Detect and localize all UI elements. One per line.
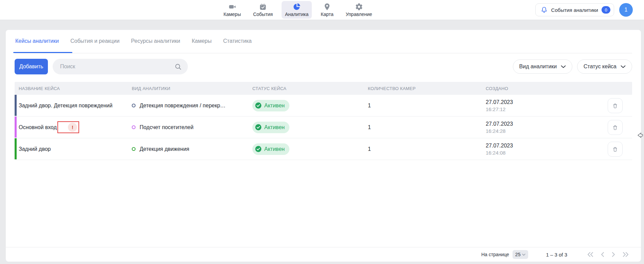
search-input[interactable] — [59, 63, 175, 70]
status-badge: Активен — [252, 143, 289, 155]
case-name: Задний двор. Детекция повреждений — [15, 103, 132, 109]
nav-label: Камеры — [223, 12, 241, 17]
previous-page-button[interactable] — [601, 252, 605, 257]
tab-analytics-cases[interactable]: Кейсы аналитики — [15, 38, 59, 53]
top-bar: Камеры События Аналитика Карта Управлени — [0, 0, 644, 20]
col-analytics-type: ВИД АНАЛИТИКИ — [132, 86, 252, 91]
case-status-cell: Активен — [252, 122, 368, 133]
chevron-down-icon — [522, 253, 525, 256]
analytics-type: Подсчет посетителей — [132, 124, 252, 130]
chevron-down-icon — [561, 65, 566, 68]
type-dot-icon — [132, 147, 136, 151]
created-date: 27.07.2023 — [486, 143, 608, 149]
calendar-check-icon — [259, 3, 267, 11]
check-circle-icon — [255, 102, 262, 109]
analytics-panel: Кейсы аналитики События и реакции Ресурс… — [6, 30, 641, 262]
search-box — [53, 59, 188, 74]
main-nav: Камеры События Аналитика Карта Управлени — [220, 0, 376, 20]
table-header: НАЗВАНИЕ КЕЙСА ВИД АНАЛИТИКИ СТАТУС КЕЙС… — [15, 82, 632, 95]
nav-label: Карта — [321, 12, 333, 17]
bell-icon — [540, 6, 548, 14]
delete-button[interactable] — [608, 120, 623, 135]
user-avatar[interactable]: 1 — [619, 3, 633, 17]
tab-statistics[interactable]: Статистика — [222, 38, 252, 53]
camera-count: 1 — [368, 124, 486, 130]
search-icon[interactable] — [175, 63, 182, 70]
case-status-filter[interactable]: Статус кейса — [577, 59, 632, 74]
nav-label: Управление — [346, 12, 372, 17]
filters: Вид аналитики Статус кейса — [513, 59, 632, 74]
case-status-cell: Активен — [252, 143, 368, 155]
case-status-filter-label: Статус кейса — [584, 64, 616, 70]
add-button[interactable]: Добавить — [15, 59, 48, 74]
created-time: 16:24:08 — [486, 150, 608, 156]
type-dot-icon — [132, 125, 136, 129]
map-pin-icon — [323, 3, 331, 11]
type-dot-icon — [132, 104, 136, 107]
nav-item-cameras[interactable]: Камеры — [220, 1, 244, 19]
case-name: Задний двор — [15, 146, 132, 152]
status-badge: Активен — [252, 122, 289, 133]
tab-bar: Кейсы аналитики События и реакции Ресурс… — [15, 30, 632, 53]
last-page-button[interactable] — [622, 252, 629, 257]
analytics-type: Детекция движения — [132, 146, 252, 152]
nav-item-map[interactable]: Карта — [317, 1, 337, 19]
status-badge: Активен — [252, 100, 289, 111]
nav-label: События — [253, 12, 273, 17]
analytics-type-filter[interactable]: Вид аналитики — [513, 59, 573, 74]
created-cell: 27.07.2023 16:24:28 — [486, 121, 608, 134]
col-case-name: НАЗВАНИЕ КЕЙСА — [15, 86, 132, 91]
created-time: 16:27:12 — [486, 106, 608, 112]
camera-count: 1 — [368, 103, 486, 109]
first-page-button[interactable] — [587, 252, 594, 257]
nav-label: Аналитика — [285, 12, 308, 17]
pie-chart-icon — [293, 3, 301, 11]
chevron-down-icon — [621, 65, 626, 68]
analytics-type: Детекция повреждения / перекр… — [132, 103, 252, 109]
analytics-events-button[interactable]: События аналитики 0 — [535, 3, 614, 16]
delete-button[interactable] — [608, 142, 623, 157]
analytics-type-filter-label: Вид аналитики — [519, 64, 557, 70]
nav-item-events[interactable]: События — [250, 1, 276, 19]
check-circle-icon — [255, 124, 262, 130]
col-created: СОЗДАНО — [486, 86, 608, 91]
per-page-select[interactable]: 25 — [513, 250, 529, 259]
table-row[interactable]: Задний двор Детекция движения Активен 1 … — [15, 138, 632, 160]
created-cell: 27.07.2023 16:24:08 — [486, 143, 608, 156]
nav-item-management[interactable]: Управление — [342, 1, 376, 19]
next-page-button[interactable] — [611, 252, 615, 257]
gear-icon — [355, 3, 363, 11]
row-accent-bar — [15, 95, 17, 116]
row-accent-bar — [15, 117, 17, 138]
warning-icon: ! — [68, 123, 77, 132]
toolbar: Добавить Вид аналитики Статус кейса — [15, 59, 632, 74]
tab-analytics-resources[interactable]: Ресурсы аналитики — [130, 38, 181, 53]
col-camera-count: КОЛИЧЕСТВО КАМЕР — [368, 86, 486, 91]
tab-cameras[interactable]: Камеры — [191, 38, 212, 53]
col-case-status: СТАТУС КЕЙСА — [252, 86, 368, 91]
pagination-controls — [587, 252, 629, 257]
created-date: 27.07.2023 — [486, 99, 608, 105]
case-status-cell: Активен — [252, 100, 368, 111]
table-row[interactable]: Задний двор. Детекция повреждений Детекц… — [15, 95, 632, 117]
created-cell: 27.07.2023 16:27:12 — [486, 99, 608, 112]
analytics-events-label: События аналитики — [551, 7, 598, 13]
nav-item-analytics[interactable]: Аналитика — [282, 1, 312, 19]
per-page-label: На странице — [481, 252, 509, 257]
row-accent-bar — [15, 138, 17, 159]
camera-count: 1 — [368, 146, 486, 152]
cases-table: НАЗВАНИЕ КЕЙСА ВИД АНАЛИТИКИ СТАТУС КЕЙС… — [15, 82, 632, 160]
per-page-value: 25 — [515, 252, 521, 257]
check-circle-icon — [255, 146, 262, 152]
mouse-cursor — [637, 132, 643, 140]
alert-highlight-box: ! — [57, 121, 79, 133]
delete-button[interactable] — [608, 98, 623, 113]
table-footer: На странице 25 1 – 3 of 3 — [6, 247, 641, 262]
created-time: 16:24:28 — [486, 128, 608, 134]
created-date: 27.07.2023 — [486, 121, 608, 127]
events-count-badge: 0 — [602, 6, 610, 14]
video-camera-icon — [228, 3, 236, 11]
pagination-range: 1 – 3 of 3 — [546, 252, 567, 258]
table-row[interactable]: Основной вход ! Подсчет посетителей Акти… — [15, 117, 632, 138]
tab-events-reactions[interactable]: События и реакции — [70, 38, 120, 53]
